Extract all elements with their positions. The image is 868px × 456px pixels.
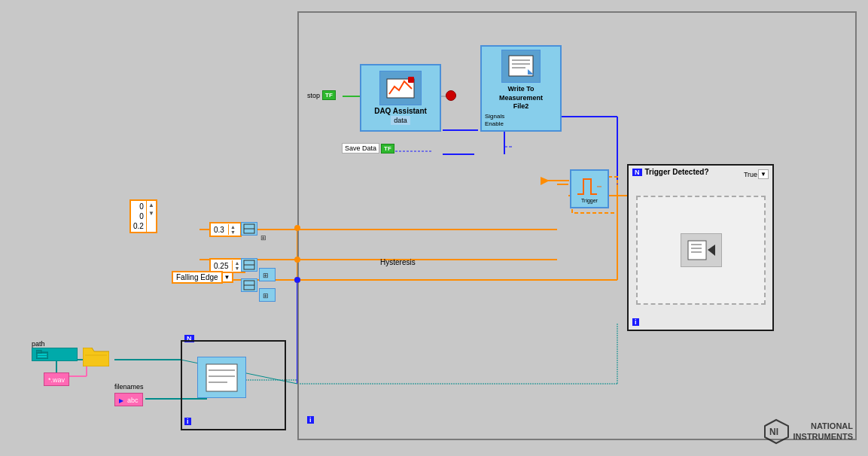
path-label: path — [32, 339, 45, 348]
svg-rect-58 — [36, 350, 41, 353]
trigger-n-badge: N — [632, 169, 642, 176]
ni-logo: NI NATIONALINSTRUMENTS — [763, 418, 853, 445]
falling-edge-label: Falling Edge — [172, 271, 223, 284]
func-block-6[interactable]: ⊞ — [259, 288, 276, 302]
num-val-0a: 0 — [139, 202, 144, 211]
svg-rect-36 — [408, 77, 414, 83]
spinner-up[interactable]: ▲ — [147, 201, 156, 209]
func-block-3[interactable] — [241, 258, 257, 272]
hysteresis-label: Hysteresis — [380, 257, 416, 266]
junction-2 — [294, 257, 300, 263]
func-block-2[interactable]: ⊞ — [259, 232, 276, 244]
analog-trigger-block[interactable]: Trigger — [570, 169, 609, 208]
daq-assistant-block[interactable]: DAQ Assistant data — [360, 64, 441, 132]
true-dropdown-arrow[interactable]: ▼ — [758, 169, 769, 179]
falling-edge-control[interactable]: Falling Edge ▼ — [172, 271, 233, 284]
num-val-02: 0.2 — [133, 221, 144, 231]
path-control[interactable] — [32, 348, 78, 361]
trigger-inner-icon[interactable] — [681, 233, 722, 267]
red-dot-indicator — [446, 90, 456, 101]
write-measurement-block[interactable]: Write ToMeasurementFile2 Signals Enable — [480, 45, 562, 132]
save-data-label: Save Data — [342, 143, 379, 154]
func-block-5[interactable] — [241, 278, 257, 292]
func-block-1[interactable] — [241, 222, 257, 236]
svg-text:⊞: ⊞ — [263, 292, 269, 299]
func-block-4[interactable]: ⊞ — [259, 268, 276, 281]
falling-edge-dropdown-arrow[interactable]: ▼ — [223, 272, 233, 283]
write-icon — [501, 50, 541, 83]
write-enable-label: Enable — [485, 120, 504, 127]
true-value-label: True — [744, 171, 757, 178]
junction-1 — [294, 225, 300, 231]
stop-tf-box[interactable]: TF — [322, 90, 336, 100]
trigger-label: Trigger — [581, 198, 598, 203]
canvas: stop TF DAQ Assistant data Write ToMe — [0, 0, 868, 456]
daq-icon — [379, 71, 422, 105]
svg-rect-62 — [206, 364, 237, 391]
stop-control[interactable]: stop TF — [307, 90, 336, 100]
num-val-0b: 0 — [139, 211, 144, 221]
trigger-inner-frame — [636, 196, 766, 305]
svg-rect-52 — [688, 241, 706, 260]
save-data-tf[interactable]: TF — [381, 144, 394, 154]
wav-control[interactable]: *.wav — [44, 372, 69, 386]
save-data-control[interactable]: Save Data TF — [342, 143, 394, 154]
junction-blue — [294, 277, 300, 283]
outer-i-badge: i — [307, 416, 314, 424]
daq-sublabel: data — [391, 116, 410, 125]
numeric-cluster[interactable]: 0 0 0.2 ▲ ▼ — [129, 199, 157, 233]
loop-inner-block[interactable] — [197, 357, 246, 398]
folder-icon[interactable] — [83, 348, 109, 366]
trigger-i-badge: i — [632, 318, 639, 326]
write-signals-label: Signals — [485, 113, 504, 120]
filenames-label: filenames — [114, 382, 144, 391]
write-label: Write ToMeasurementFile2 — [499, 85, 543, 111]
trigger-detected-block: N Trigger Detected? True ▼ i — [627, 164, 774, 331]
svg-marker-53 — [708, 245, 715, 256]
stop-label: stop — [307, 92, 320, 99]
numeric-03[interactable]: 0.3 ▲ ▼ — [209, 222, 242, 237]
national-instruments-text: NATIONALINSTRUMENTS — [793, 421, 853, 441]
svg-text:⊞: ⊞ — [260, 234, 266, 242]
daq-label: DAQ Assistant — [374, 107, 427, 115]
svg-text:NI: NI — [769, 427, 778, 437]
trigger-detected-title: Trigger Detected? — [645, 168, 709, 176]
spinner-down[interactable]: ▼ — [147, 209, 156, 217]
loop-i-badge: i — [184, 418, 191, 425]
abc-control[interactable]: ▶ abc — [114, 393, 143, 406]
svg-text:⊞: ⊞ — [263, 272, 269, 279]
loop-frame — [181, 340, 286, 430]
